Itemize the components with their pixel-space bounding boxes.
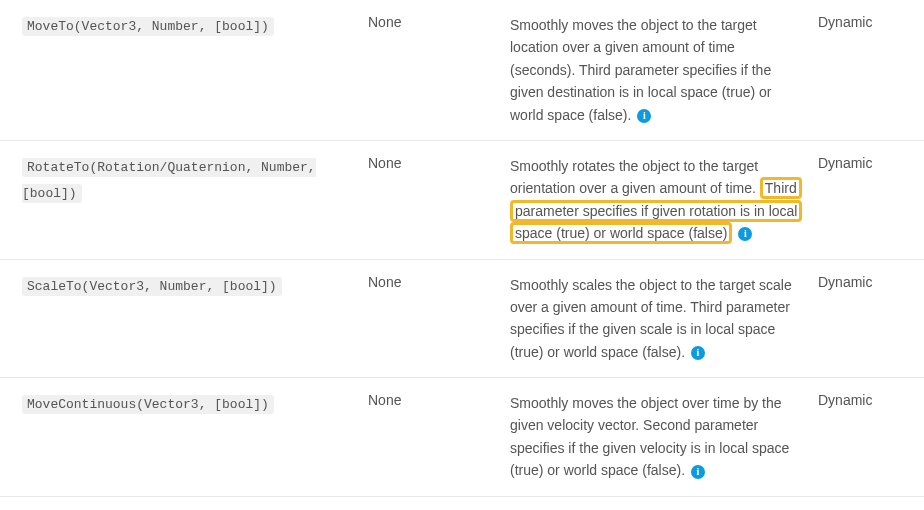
- description-text: Smoothly rotates the object to the targe…: [510, 158, 760, 196]
- return-type: None: [360, 274, 500, 364]
- table-row: ScaleTo(Vector3, Number, [bool]) None Sm…: [0, 260, 924, 379]
- info-icon[interactable]: i: [637, 109, 651, 123]
- table-row: MoveTo(Vector3, Number, [bool]) None Smo…: [0, 0, 924, 141]
- method-signature: MoveContinuous(Vector3, [bool]): [22, 395, 274, 414]
- signature-cell: MoveTo(Vector3, Number, [bool]): [0, 14, 360, 126]
- description-text: Smoothly moves the object over time by t…: [510, 395, 789, 478]
- tag-cell: Dynamic: [810, 274, 920, 364]
- method-signature: MoveTo(Vector3, Number, [bool]): [22, 17, 274, 36]
- table-row: MoveContinuous(Vector3, [bool]) None Smo…: [0, 378, 924, 497]
- signature-cell: MoveContinuous(Vector3, [bool]): [0, 392, 360, 482]
- description-cell: Smoothly moves the object to the target …: [500, 14, 810, 126]
- info-icon[interactable]: i: [691, 465, 705, 479]
- tag-cell: Dynamic: [810, 14, 920, 126]
- description-text-post: [732, 225, 736, 241]
- method-signature: RotateTo(Rotation/Quaternion, Number, [b…: [22, 158, 316, 203]
- return-type: None: [360, 392, 500, 482]
- tag-cell: Dynamic: [810, 155, 920, 245]
- description-cell: Smoothly rotates the object to the targe…: [500, 155, 810, 245]
- signature-cell: ScaleTo(Vector3, Number, [bool]): [0, 274, 360, 364]
- description-cell: Smoothly scales the object to the target…: [500, 274, 810, 364]
- signature-cell: RotateTo(Rotation/Quaternion, Number, [b…: [0, 155, 360, 245]
- method-signature: ScaleTo(Vector3, Number, [bool]): [22, 277, 282, 296]
- tag-cell: Dynamic: [810, 392, 920, 482]
- description-cell: Smoothly moves the object over time by t…: [500, 392, 810, 482]
- table-row: RotateTo(Rotation/Quaternion, Number, [b…: [0, 141, 924, 260]
- info-icon[interactable]: i: [738, 227, 752, 241]
- return-type: None: [360, 14, 500, 126]
- info-icon[interactable]: i: [691, 346, 705, 360]
- description-text: Smoothly moves the object to the target …: [510, 17, 771, 123]
- return-type: None: [360, 155, 500, 245]
- description-text: Smoothly scales the object to the target…: [510, 277, 792, 360]
